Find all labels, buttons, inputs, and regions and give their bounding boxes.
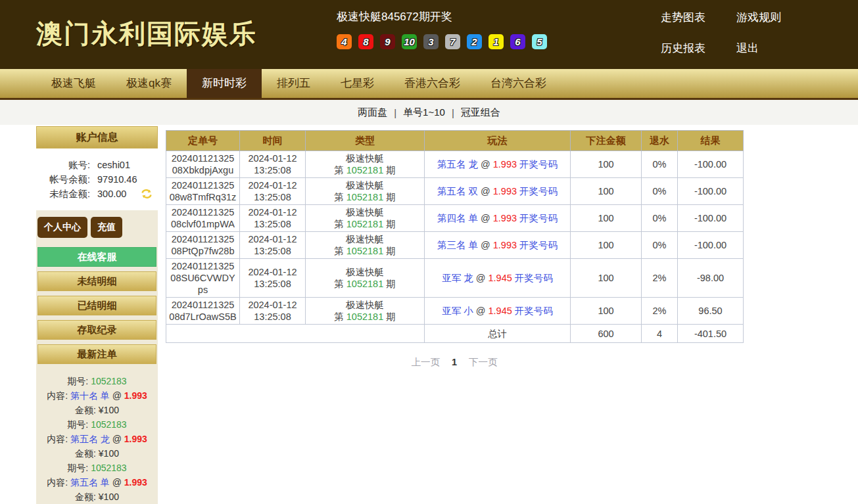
total-empty-cell: [166, 325, 425, 343]
odds-value: 1.993: [493, 213, 517, 223]
trend-chart-link[interactable]: 走势图表: [661, 10, 705, 25]
deposit-records-button[interactable]: 存取纪录: [37, 320, 156, 340]
subnav-single-numbers[interactable]: 单号1~10: [403, 106, 445, 119]
draw-numbers-link[interactable]: 开奖号码: [519, 159, 558, 170]
account-balance-row: 帐号余额: 97910.46: [36, 172, 158, 187]
rebate-cell: 0%: [642, 178, 678, 205]
game-rules-link[interactable]: 游戏规则: [736, 10, 781, 25]
order-id-cell: 20240112132508SU6CVWDYps: [166, 259, 240, 298]
account-username-row: 账号: ceshi01: [36, 158, 158, 172]
at-sign: @: [481, 240, 490, 250]
bet-amount-label: 金额:: [75, 405, 96, 415]
at-sign: @: [476, 273, 486, 283]
account-info-header: 账户信息: [36, 126, 158, 149]
subnav-separator: |: [394, 107, 396, 118]
draw-numbers-link[interactable]: 开奖号码: [519, 213, 558, 223]
draw-result-balls: 4 8 9 10 3 7 2 1 6 5: [337, 34, 547, 49]
bets-table: 定单号 时间 类型 玩法 下注金额 退水 结果 20240112132508Xb…: [166, 130, 744, 343]
rebate-cell: 0%: [642, 232, 678, 259]
play-name: 第四名 单: [437, 213, 478, 223]
col-bet-amount: 下注金额: [571, 131, 642, 151]
odds-value: 1.945: [489, 273, 512, 283]
bet-period-value: 1052183: [91, 463, 127, 473]
nav-tab-xinshishicai[interactable]: 新时时彩: [187, 69, 262, 98]
total-result: -401.50: [678, 325, 744, 343]
draw-numbers-link[interactable]: 开奖号码: [519, 240, 558, 250]
total-label: 总计: [425, 325, 571, 343]
rebate-cell: 2%: [642, 298, 678, 325]
nav-tab-qixingcai[interactable]: 七星彩: [325, 69, 389, 98]
lottery-ball: 5: [532, 34, 547, 49]
table-row: 20240112132508PtQp7fw28b 2024-01-12 13:2…: [166, 232, 744, 259]
draw-announcement: 极速快艇845672期开奖: [337, 9, 547, 24]
draw-numbers-link[interactable]: 开奖号码: [515, 306, 553, 316]
bet-period-line: 期号: 1052183: [37, 417, 156, 432]
next-page-button[interactable]: 下一页: [469, 357, 498, 367]
col-result: 结果: [678, 131, 744, 151]
personal-center-button[interactable]: 个人中心: [37, 217, 87, 238]
period-suffix: 期: [386, 246, 396, 256]
draw-numbers-link[interactable]: 开奖号码: [519, 186, 558, 196]
draw-numbers-link[interactable]: 开奖号码: [515, 273, 553, 283]
lottery-period: 第 1052181 期: [308, 311, 421, 323]
period-number: 1052181: [346, 219, 383, 229]
prev-page-button[interactable]: 上一页: [411, 357, 440, 367]
bet-period-label: 期号:: [67, 463, 88, 473]
unsettled-details-button[interactable]: 未结明细: [37, 271, 156, 291]
table-row: 20240112132508clvf01mpWA 2024-01-12 13:2…: [166, 205, 744, 232]
subnav-champion-combo[interactable]: 冠亚组合: [461, 106, 500, 119]
bet-amount-value: ¥100: [99, 405, 119, 415]
odds-value: 1.993: [493, 159, 517, 170]
nav-tab-pailiewu[interactable]: 排列五: [262, 69, 325, 98]
bet-at: @: [112, 477, 122, 488]
bet-time: 13:25:08: [243, 218, 302, 230]
period-suffix: 期: [386, 279, 396, 289]
total-rebate: 4: [642, 325, 678, 343]
subnav-two-sides[interactable]: 两面盘: [358, 106, 387, 119]
play-cell: 第五名 龙 @ 1.993 开奖号码: [425, 151, 571, 178]
nav-tab-jisufeiting[interactable]: 极速飞艇: [36, 69, 111, 98]
recharge-button[interactable]: 充值: [91, 217, 122, 238]
bet-amount-line: 金额: ¥100: [37, 403, 156, 417]
account-sidebar: 账户信息 账号: ceshi01 帐号余额: 97910.46 未结金额: 30…: [36, 126, 158, 504]
latest-bets-button[interactable]: 最新注单: [37, 344, 156, 364]
page-content: 账户信息 账号: ceshi01 帐号余额: 97910.46 未结金额: 30…: [0, 125, 858, 504]
bet-content-line: 内容: 第十名 单 @ 1.993: [37, 388, 156, 403]
lottery-ball: 10: [402, 34, 417, 49]
refresh-icon[interactable]: [141, 189, 153, 199]
logout-link[interactable]: 退出: [736, 41, 781, 56]
history-report-link[interactable]: 历史报表: [661, 41, 705, 56]
play-cell: 亚军 龙 @ 1.945 开奖号码: [425, 259, 571, 298]
bet-period-line: 期号: 1052183: [37, 374, 156, 388]
at-sign: @: [481, 159, 490, 170]
type-cell: 极速快艇 第 1052181 期: [306, 259, 425, 298]
amount-cell: 100: [571, 151, 642, 178]
lottery-period: 第 1052181 期: [308, 278, 421, 290]
order-id-cell: 20240112132508clvf01mpWA: [166, 205, 240, 232]
settled-details-button[interactable]: 已结明细: [37, 296, 156, 315]
order-id-cell: 20240112132508d7LrOawS5B: [166, 298, 240, 325]
table-row: 20240112132508SU6CVWDYps 2024-01-12 13:2…: [166, 259, 744, 298]
current-page[interactable]: 1: [452, 357, 457, 367]
type-cell: 极速快艇 第 1052181 期: [306, 298, 425, 325]
customer-service-button[interactable]: 在线客服: [37, 247, 156, 267]
nav-tab-xianggangliuhecai[interactable]: 香港六合彩: [389, 69, 475, 98]
at-sign: @: [476, 306, 486, 316]
lottery-ball: 8: [358, 34, 373, 49]
unsettled-value: 300.00: [97, 187, 126, 201]
account-fields: 账号: ceshi01 帐号余额: 97910.46 未结金额: 300.00: [36, 149, 158, 208]
bet-date: 2024-01-12: [243, 233, 302, 245]
latest-bets-list: 期号: 1052183 内容: 第十名 单 @ 1.993 金额: ¥100 期…: [37, 369, 156, 504]
col-type: 类型: [306, 131, 425, 151]
bet-date: 2024-01-12: [243, 179, 302, 191]
lottery-ball: 7: [445, 34, 460, 49]
header-links: 走势图表 游戏规则 历史报表 退出: [661, 10, 781, 56]
table-row: 20240112132508XbkdpjAxgu 2024-01-12 13:2…: [166, 151, 744, 178]
bet-period-value: 1052183: [91, 419, 127, 430]
nav-tab-taiwanliuhecai[interactable]: 台湾六合彩: [475, 69, 561, 98]
result-cell: 96.50: [678, 298, 744, 325]
account-buttons-row: 个人中心 充值: [37, 216, 156, 242]
bet-time: 13:25:08: [243, 245, 302, 257]
lottery-period: 第 1052181 期: [308, 218, 421, 230]
nav-tab-jisuqksai[interactable]: 极速qk赛: [111, 69, 187, 98]
